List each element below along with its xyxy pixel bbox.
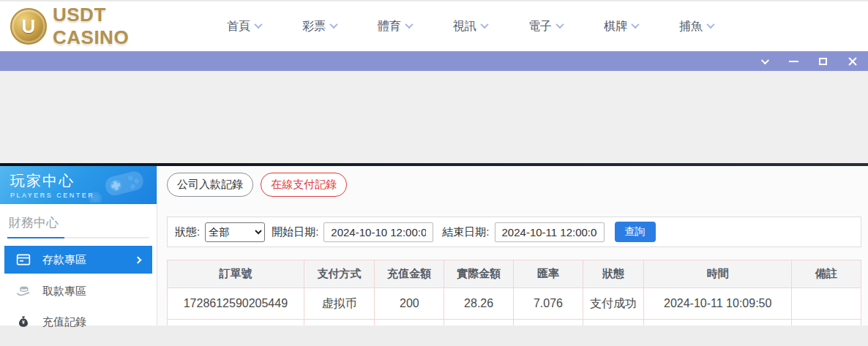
- sidebar-item-label: 存款專區: [42, 253, 86, 267]
- section-underline: [7, 237, 149, 238]
- nav-item-label: 體育: [378, 19, 401, 34]
- top-navbar: U USDT CASINO 首頁 彩票 體育 視訊 電子 棋牌 捕魚: [0, 1, 868, 51]
- nav-item-label: 視訊: [453, 19, 476, 34]
- col-exchange-rate: 匯率: [514, 260, 583, 288]
- col-recharge-amount: 充值金額: [375, 260, 444, 288]
- col-actual-amount: 實際金額: [444, 260, 514, 288]
- nav-item-label: 捕魚: [679, 19, 703, 34]
- col-payment-method: 支付方式: [304, 260, 375, 288]
- minimize-icon: [789, 61, 798, 62]
- maximize-icon: [819, 58, 827, 65]
- cell-exchange-rate: 7.076: [514, 288, 583, 320]
- sidebar-item-withdraw[interactable]: 取款專區: [0, 278, 157, 304]
- cell-remark: [792, 288, 861, 320]
- table-header: 訂單號 支付方式 充值金額 實際金額 匯率 狀態 時間 備註: [168, 260, 861, 288]
- nav-item-lottery[interactable]: 彩票: [282, 19, 357, 34]
- nav-item-slots[interactable]: 電子: [508, 19, 583, 34]
- withdraw-hand-icon: [16, 284, 31, 298]
- chevron-down-icon: [405, 20, 413, 28]
- sidebar-item-recharge-history[interactable]: ¥ 充值記錄: [0, 309, 157, 335]
- nav-item-fishing[interactable]: 捕魚: [659, 19, 734, 34]
- collapse-chevron-button[interactable]: [758, 56, 770, 67]
- brand-logo[interactable]: U USDT CASINO: [10, 4, 184, 49]
- maximize-button[interactable]: [817, 56, 828, 67]
- money-bag-icon: ¥: [16, 315, 31, 329]
- col-time: 時間: [644, 260, 792, 288]
- chevron-down-icon: [329, 20, 337, 28]
- chevron-down-icon: [631, 20, 639, 28]
- sidebar-header: 玩家中心 PLAYERS CENTER: [0, 166, 157, 204]
- chevron-right-icon: [135, 256, 142, 263]
- sidebar-item-deposit[interactable]: 存款專區: [4, 246, 152, 274]
- tab-company-deposit-records[interactable]: 公司入款記錄: [167, 173, 253, 197]
- cell-actual-amount: 28.26: [444, 288, 514, 320]
- window-titlebar: [0, 51, 868, 71]
- tab-online-payment-records[interactable]: 在線支付記錄: [261, 173, 347, 197]
- logo-letter: U: [22, 17, 36, 36]
- close-button[interactable]: [846, 56, 858, 67]
- nav-item-label: 電子: [528, 19, 552, 34]
- sidebar-item-label: 取款專區: [42, 285, 86, 298]
- cell-order-no: 1728612590205449: [168, 288, 304, 320]
- payment-records-table: 訂單號 支付方式 充值金額 實際金額 匯率 狀態 時間 備註 172861259…: [167, 260, 861, 326]
- col-status: 狀態: [583, 260, 643, 288]
- end-date-label: 結束日期:: [442, 225, 489, 239]
- end-date-input[interactable]: [495, 222, 605, 242]
- close-icon: [848, 56, 857, 66]
- gamepad-icon: [86, 169, 149, 203]
- content-area: 玩家中心 PLAYERS CENTER 財務中心: [0, 166, 868, 326]
- cell-payment-method: 虚拟币: [304, 288, 375, 320]
- search-button[interactable]: 查詢: [615, 222, 656, 242]
- nav-item-cards[interactable]: 棋牌: [583, 19, 659, 34]
- status-label: 狀態:: [175, 225, 200, 239]
- sidebar-section-finance: 財務中心: [0, 213, 157, 237]
- chevron-down-icon: [761, 56, 769, 64]
- logo-coin-icon: U: [10, 8, 47, 45]
- nav-item-home[interactable]: 首頁: [206, 19, 282, 34]
- filter-bar: 狀態: 全部 開始日期: 結束日期: 查詢: [167, 217, 861, 247]
- sidebar-body: 財務中心 存款專區 取款專區 ¥ 充值記錄: [0, 204, 157, 335]
- records-panel: 公司入款記錄 在線支付記錄 狀態: 全部 開始日期: 結束日期: 查詢 訂單號 …: [157, 166, 868, 326]
- start-date-input[interactable]: [323, 222, 433, 242]
- table-row-empty: [168, 320, 861, 326]
- table-row: 1728612590205449 虚拟币 200 28.26 7.076 支付成…: [168, 288, 861, 320]
- nav-item-sports[interactable]: 體育: [357, 19, 433, 34]
- cell-recharge-amount: 200: [375, 288, 444, 320]
- logo-text: USDT CASINO: [53, 4, 184, 49]
- nav-item-label: 彩票: [302, 19, 326, 34]
- col-order-no: 訂單號: [168, 260, 304, 288]
- table-header-row: 訂單號 支付方式 充值金額 實際金額 匯率 狀態 時間 備註: [168, 260, 861, 288]
- nav-item-label: 棋牌: [604, 19, 627, 34]
- cell-status: 支付成功: [583, 288, 643, 320]
- record-tabs: 公司入款記錄 在線支付記錄: [167, 173, 862, 197]
- banner-empty-area: [0, 71, 868, 163]
- sidebar-item-label: 充值記錄: [42, 315, 86, 329]
- nav-item-label: 首頁: [227, 19, 250, 34]
- col-remark: 備註: [792, 260, 861, 288]
- svg-text:¥: ¥: [22, 320, 25, 325]
- table-body: 1728612590205449 虚拟币 200 28.26 7.076 支付成…: [168, 288, 861, 326]
- status-select[interactable]: 全部: [205, 222, 265, 242]
- player-center-sidebar: 玩家中心 PLAYERS CENTER 財務中心: [0, 166, 157, 326]
- chevron-down-icon: [480, 20, 488, 28]
- chevron-down-icon: [254, 20, 262, 28]
- cell-time: 2024-10-11 10:09:50: [644, 288, 792, 320]
- chevron-down-icon: [555, 20, 564, 28]
- deposit-card-icon: [16, 252, 31, 267]
- minimize-button[interactable]: [787, 56, 799, 67]
- main-menu: 首頁 彩票 體育 視訊 電子 棋牌 捕魚: [206, 19, 734, 34]
- chevron-down-icon: [706, 20, 714, 28]
- start-date-label: 開始日期:: [272, 225, 318, 239]
- nav-item-live[interactable]: 視訊: [433, 19, 508, 34]
